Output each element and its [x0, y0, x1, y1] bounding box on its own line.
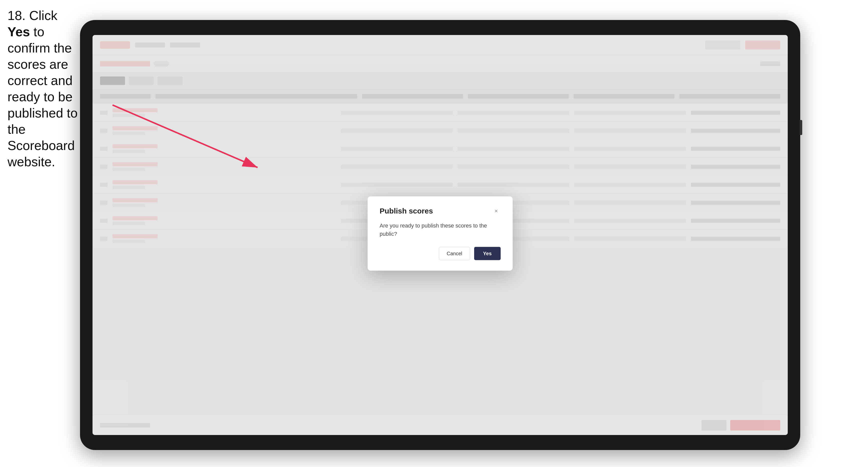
instruction-text: 18. Click Yes to confirm the scores are …: [7, 7, 83, 170]
modal-body-text: Are you ready to publish these scores to…: [380, 221, 501, 238]
tablet-device: Publish scores × Are you ready to publis…: [80, 20, 800, 450]
cancel-button[interactable]: Cancel: [439, 247, 470, 260]
instruction-text-part1: Click: [26, 8, 57, 23]
tablet-screen: Publish scores × Are you ready to publis…: [93, 35, 788, 435]
tablet-side-button: [800, 120, 802, 135]
step-number: 18.: [7, 8, 26, 23]
modal-title: Publish scores: [380, 207, 433, 215]
instruction-bold: Yes: [7, 25, 30, 39]
modal-close-button[interactable]: ×: [492, 207, 501, 216]
publish-scores-modal: Publish scores × Are you ready to publis…: [368, 196, 513, 271]
instruction-text-part2: to confirm the scores are correct and re…: [7, 25, 78, 169]
yes-button[interactable]: Yes: [474, 247, 501, 260]
modal-header: Publish scores ×: [380, 207, 501, 216]
modal-footer: Cancel Yes: [380, 247, 501, 260]
